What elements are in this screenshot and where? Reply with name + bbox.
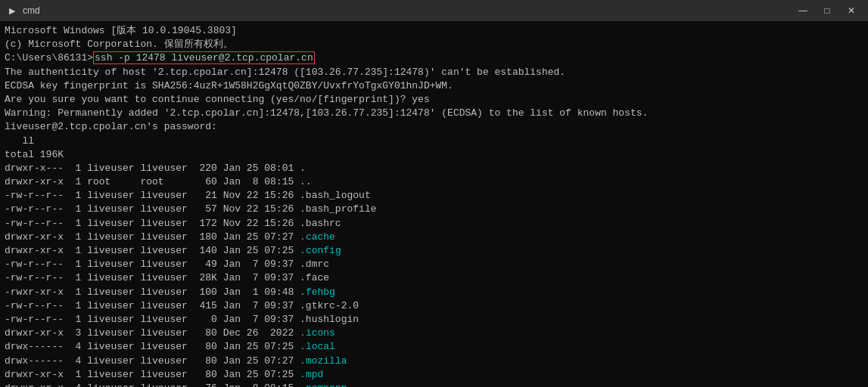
filename: .local	[300, 341, 335, 352]
terminal-line: C:\Users\86131>ssh -p 12478 liveuser@2.t…	[5, 51, 863, 65]
terminal-line: ll	[5, 135, 863, 148]
close-button[interactable]: ✕	[841, 0, 862, 21]
terminal-body: Microsoft Windows [版本 10.0.19045.3803](c…	[0, 21, 868, 387]
line-prefix: drwxr-xr-x 4 liveuser liveuser 76 Jan 8 …	[5, 382, 300, 387]
terminal-line: liveuser@2.tcp.cpolar.cn's password:	[5, 120, 863, 134]
terminal-line: -rw-r--r-- 1 liveuser liveuser 415 Jan 7…	[5, 299, 863, 313]
line-prefix: drwx------ 4 liveuser liveuser 80 Jan 25…	[5, 341, 300, 352]
title-bar: ▶ cmd — □ ✕	[0, 0, 868, 21]
filename: .fehbg	[300, 286, 335, 298]
filename: .icons	[300, 327, 335, 339]
line-prefix: drwxr-xr-x 3 liveuser liveuser 80 Dec 26…	[5, 327, 300, 339]
filename: .mpd	[300, 369, 323, 380]
line-prefix: drwxr-xr-x 1 liveuser liveuser 80 Jan 25…	[5, 369, 300, 380]
terminal-line: drwxr-xr-x 1 liveuser liveuser 80 Jan 25…	[5, 368, 863, 382]
filename: .ncmpcpp	[300, 382, 347, 387]
title-bar-controls: — □ ✕	[792, 0, 862, 21]
terminal-line: -rwxr-xr-x 1 liveuser liveuser 100 Jan 1…	[5, 286, 863, 299]
terminal-icon: ▶	[6, 5, 18, 17]
line-prefix: drwx------ 4 liveuser liveuser 80 Jan 25…	[5, 355, 300, 367]
window-title: cmd	[23, 5, 40, 16]
terminal-line: drwx------ 4 liveuser liveuser 80 Jan 25…	[5, 340, 863, 354]
line-prefix: drwxr-xr-x 1 liveuser liveuser 140 Jan 2…	[5, 245, 300, 256]
terminal-line: Are you sure you want to continue connec…	[5, 93, 863, 107]
title-bar-left: ▶ cmd	[6, 5, 40, 17]
terminal-line: (c) Microsoft Corporation. 保留所有权利。	[5, 38, 863, 51]
terminal-line: The authenticity of host '2.tcp.cpolar.c…	[5, 66, 863, 79]
terminal-line: Microsoft Windows [版本 10.0.19045.3803]	[5, 24, 863, 38]
terminal-line: -rw-r--r-- 1 liveuser liveuser 0 Jan 7 0…	[5, 313, 863, 327]
terminal-line: drwxr-x--- 1 liveuser liveuser 220 Jan 2…	[5, 162, 863, 175]
terminal-line: -rw-r--r-- 1 liveuser liveuser 57 Nov 22…	[5, 203, 863, 216]
terminal-line: Warning: Permanently added '2.tcp.cpolar…	[5, 107, 863, 120]
line-prefix: -rwxr-xr-x 1 liveuser liveuser 100 Jan 1…	[5, 286, 300, 298]
prompt: C:\Users\86131>	[5, 52, 93, 63]
filename: .mozilla	[300, 355, 347, 367]
minimize-button[interactable]: —	[792, 0, 814, 21]
terminal-line: total 196K	[5, 148, 863, 162]
filename: .cache	[300, 231, 335, 243]
line-prefix: drwxr-xr-x 1 liveuser liveuser 180 Jan 2…	[5, 231, 300, 243]
filename: .config	[300, 245, 341, 256]
terminal-line: drwxr-xr-x 3 liveuser liveuser 80 Dec 26…	[5, 327, 863, 340]
ssh-command: ssh -p 12478 liveuser@2.tcp.cpolar.cn	[93, 51, 315, 64]
terminal-line: -rw-r--r-- 1 liveuser liveuser 28K Jan 7…	[5, 271, 863, 285]
terminal-line: ECDSA key fingerprint is SHA256:4uzR+1W5…	[5, 79, 863, 93]
terminal-line: drwxr-xr-x 4 liveuser liveuser 76 Jan 8 …	[5, 382, 863, 387]
terminal-line: drwx------ 4 liveuser liveuser 80 Jan 25…	[5, 354, 863, 368]
terminal-line: -rw-r--r-- 1 liveuser liveuser 21 Nov 22…	[5, 189, 863, 203]
terminal-line: -rw-r--r-- 1 liveuser liveuser 49 Jan 7 …	[5, 258, 863, 271]
terminal-line: drwxr-xr-x 1 root root 60 Jan 8 08:15 ..	[5, 175, 863, 189]
terminal-line: drwxr-xr-x 1 liveuser liveuser 180 Jan 2…	[5, 231, 863, 244]
maximize-button[interactable]: □	[817, 0, 838, 21]
terminal-line: drwxr-xr-x 1 liveuser liveuser 140 Jan 2…	[5, 244, 863, 258]
terminal-line: -rw-r--r-- 1 liveuser liveuser 172 Nov 2…	[5, 217, 863, 231]
